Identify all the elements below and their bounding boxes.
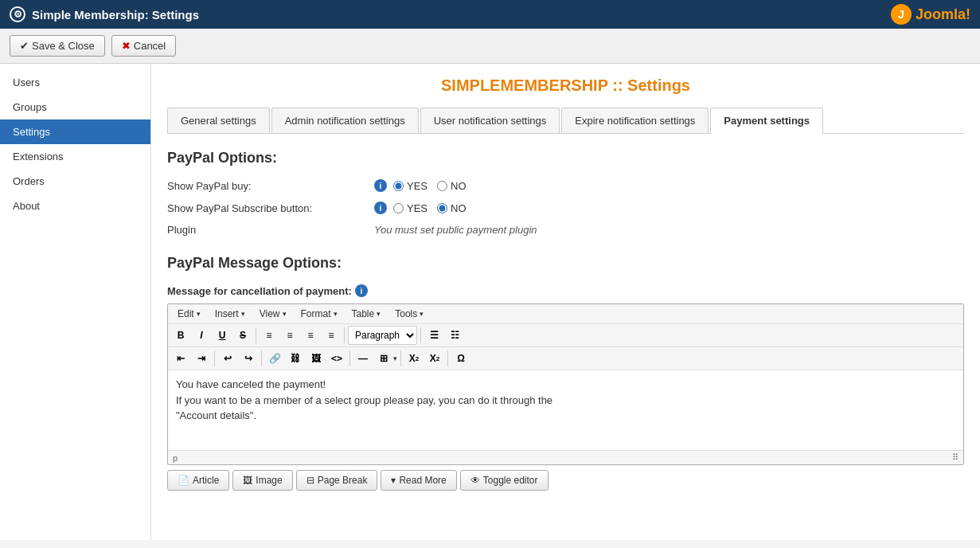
paypal-message-section: PayPal Message Options: Message for canc… bbox=[167, 255, 964, 491]
show-paypal-buy-controls: i YES NO bbox=[374, 179, 467, 192]
editor-menu-insert[interactable]: Insert ▾ bbox=[209, 306, 252, 322]
italic-button[interactable]: I bbox=[192, 326, 211, 345]
plugin-row: Plugin You must set public payment plugi… bbox=[167, 224, 964, 236]
statusbar-tag: p bbox=[173, 453, 178, 463]
read-more-button[interactable]: ▾ Read More bbox=[381, 470, 456, 491]
toolbar-sep-8 bbox=[447, 350, 448, 366]
indent-button[interactable]: ⇥ bbox=[192, 349, 211, 368]
hr-button[interactable]: — bbox=[353, 349, 373, 368]
tab-expire-notif[interactable]: Expire notification settings bbox=[561, 108, 709, 133]
strikethrough-button[interactable]: S bbox=[233, 326, 252, 345]
message-cancellation-label: Message for cancellation of payment: i bbox=[167, 284, 964, 297]
align-justify-button[interactable]: ≡ bbox=[322, 326, 341, 345]
main-layout: Users Groups Settings Extensions Orders … bbox=[0, 64, 980, 540]
editor-menu-table[interactable]: Table ▾ bbox=[346, 306, 388, 322]
toolbar-sep-6 bbox=[349, 350, 350, 366]
subscribe-no-option[interactable]: NO bbox=[437, 202, 467, 214]
save-close-button[interactable]: ✔ Save & Close bbox=[10, 35, 105, 57]
tab-general[interactable]: General settings bbox=[167, 108, 270, 133]
toggle-editor-button[interactable]: 👁 Toggle editor bbox=[460, 470, 549, 491]
align-right-button[interactable]: ≡ bbox=[301, 326, 320, 345]
svg-text:J: J bbox=[898, 8, 904, 21]
sidebar-item-orders[interactable]: Orders bbox=[0, 169, 150, 194]
sidebar-item-groups[interactable]: Groups bbox=[0, 95, 150, 119]
sidebar-item-users[interactable]: Users bbox=[0, 70, 150, 95]
underline-button[interactable]: U bbox=[213, 326, 232, 345]
page-break-icon: ⊟ bbox=[306, 475, 314, 486]
bold-button[interactable]: B bbox=[171, 326, 190, 345]
image-button[interactable]: 🖼 bbox=[306, 349, 326, 368]
unlink-button[interactable]: ⛓ bbox=[286, 349, 305, 368]
paragraph-select[interactable]: Paragraph bbox=[348, 326, 417, 345]
cancel-button[interactable]: ✖ Cancel bbox=[111, 35, 176, 57]
code-button[interactable]: <> bbox=[327, 349, 346, 368]
check-icon: ✔ bbox=[20, 40, 29, 52]
joomla-icon: J bbox=[890, 3, 912, 25]
toolbar-sep-7 bbox=[400, 350, 401, 366]
chevron-down-icon: ▾ bbox=[283, 310, 287, 318]
subscript-button[interactable]: X2 bbox=[404, 349, 424, 368]
sidebar-item-extensions[interactable]: Extensions bbox=[0, 144, 150, 169]
x-icon: ✖ bbox=[122, 40, 131, 52]
buy-yes-option[interactable]: YES bbox=[393, 180, 428, 192]
editor-menubar: Edit ▾ Insert ▾ View ▾ Format ▾ bbox=[168, 304, 963, 324]
editor-toolbar-1: B I U S ≡ ≡ ≡ ≡ Paragraph ☰ ☷ bbox=[168, 324, 963, 347]
editor-statusbar: p ⠿ bbox=[168, 450, 963, 464]
tab-payment[interactable]: Payment settings bbox=[710, 108, 823, 134]
image-icon: 🖼 bbox=[243, 475, 252, 486]
editor-menu-tools[interactable]: Tools ▾ bbox=[388, 306, 430, 322]
toolbar-sep-4 bbox=[214, 350, 215, 366]
subscribe-no-radio[interactable] bbox=[437, 203, 447, 213]
outdent-button[interactable]: ⇤ bbox=[171, 349, 190, 368]
editor-content[interactable]: You have canceled the payment! If you wa… bbox=[168, 370, 963, 450]
tab-bar: General settings Admin notification sett… bbox=[167, 108, 964, 134]
toolbar-sep-5 bbox=[261, 350, 262, 366]
info-icon-subscribe[interactable]: i bbox=[374, 202, 387, 214]
buy-no-option[interactable]: NO bbox=[437, 180, 467, 192]
tab-admin-notif[interactable]: Admin notification settings bbox=[271, 108, 419, 133]
info-icon-message[interactable]: i bbox=[355, 284, 368, 297]
align-left-button[interactable]: ≡ bbox=[260, 326, 279, 345]
subscribe-radio-group: YES NO bbox=[393, 202, 467, 214]
info-icon-buy[interactable]: i bbox=[374, 179, 387, 192]
gear-icon: ⚙ bbox=[10, 6, 25, 22]
bullet-list-button[interactable]: ☰ bbox=[424, 326, 443, 345]
link-button[interactable]: 🔗 bbox=[265, 349, 284, 368]
show-subscribe-label: Show PayPal Subscribe button: bbox=[167, 202, 374, 214]
sidebar-item-about[interactable]: About bbox=[0, 194, 150, 218]
chevron-down-icon: ▾ bbox=[241, 310, 245, 318]
table-dropdown-button[interactable]: ▾ bbox=[393, 354, 397, 362]
plugin-text: You must set public payment plugin bbox=[374, 224, 537, 236]
resize-handle[interactable]: ⠿ bbox=[952, 452, 959, 463]
tab-user-notif[interactable]: User notification settings bbox=[420, 108, 560, 133]
special-char-button[interactable]: Ω bbox=[451, 349, 470, 368]
main-toolbar: ✔ Save & Close ✖ Cancel bbox=[0, 29, 980, 64]
toolbar-sep-1 bbox=[256, 327, 256, 343]
toolbar-sep-2 bbox=[344, 327, 345, 343]
align-center-button[interactable]: ≡ bbox=[280, 326, 299, 345]
editor-menu-format[interactable]: Format ▾ bbox=[295, 306, 344, 322]
editor-menu-edit[interactable]: Edit ▾ bbox=[171, 306, 207, 322]
toolbar-sep-3 bbox=[420, 327, 421, 343]
buy-yes-radio[interactable] bbox=[393, 181, 404, 191]
table-button[interactable]: ⊞ bbox=[374, 349, 393, 368]
redo-button[interactable]: ↪ bbox=[239, 349, 258, 368]
sidebar-item-settings[interactable]: Settings bbox=[0, 119, 150, 144]
editor-menu-view[interactable]: View ▾ bbox=[253, 306, 293, 322]
subscribe-yes-radio[interactable] bbox=[393, 203, 404, 213]
app-title: ⚙ Simple Membership: Settings bbox=[10, 6, 199, 22]
show-subscribe-row: Show PayPal Subscribe button: i YES NO bbox=[167, 202, 964, 214]
subscribe-yes-option[interactable]: YES bbox=[393, 202, 428, 214]
chevron-down-icon: ▾ bbox=[197, 310, 201, 318]
numbered-list-button[interactable]: ☷ bbox=[445, 326, 464, 345]
editor-wrapper: Edit ▾ Insert ▾ View ▾ Format ▾ bbox=[167, 303, 964, 465]
buy-no-radio[interactable] bbox=[437, 181, 447, 191]
chevron-down-icon: ▾ bbox=[377, 310, 381, 318]
article-button[interactable]: 📄 Article bbox=[167, 470, 229, 491]
superscript-button[interactable]: X2 bbox=[425, 349, 444, 368]
page-break-button[interactable]: ⊟ Page Break bbox=[296, 470, 378, 491]
image-insert-button[interactable]: 🖼 Image bbox=[232, 470, 292, 491]
undo-button[interactable]: ↩ bbox=[218, 349, 237, 368]
top-bar: ⚙ Simple Membership: Settings J Joomla! bbox=[0, 0, 980, 29]
show-paypal-buy-label: Show PayPal buy: bbox=[167, 180, 374, 192]
